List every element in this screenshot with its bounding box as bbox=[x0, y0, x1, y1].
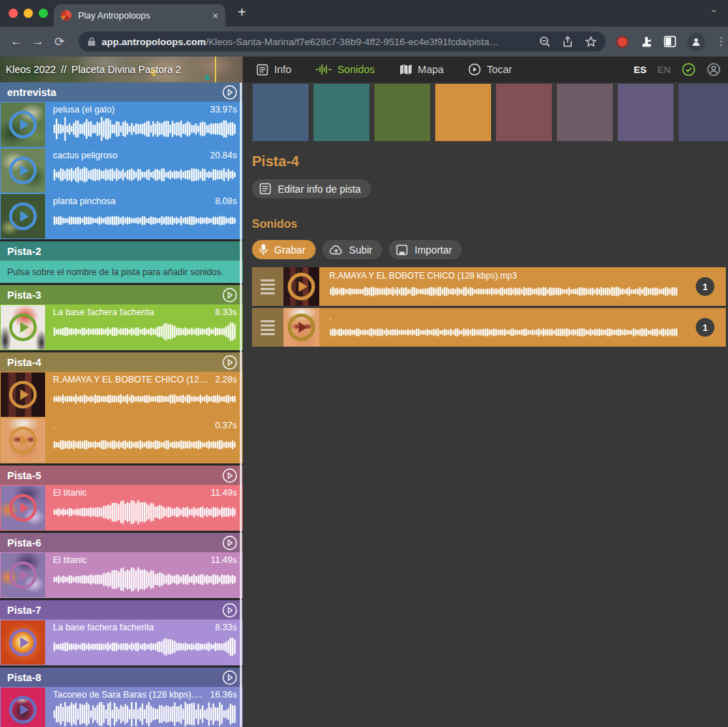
pista-header[interactable]: Pista-4 bbox=[0, 352, 243, 372]
waveform bbox=[53, 117, 237, 141]
clip[interactable]: Taconeo de Sara Baras (128 kbps).mp3 16.… bbox=[0, 687, 243, 727]
clip-thumbnail[interactable] bbox=[1, 486, 45, 530]
new-tab-button[interactable]: + bbox=[238, 4, 246, 21]
clip[interactable]: R.AMAYA Y EL BOBOTE CHICO (128 kbps)....… bbox=[0, 372, 243, 418]
account-icon[interactable] bbox=[707, 62, 721, 77]
back-button[interactable]: ← bbox=[6, 34, 27, 49]
profile-avatar[interactable] bbox=[687, 33, 705, 51]
project-cover-photo[interactable]: Kleos 2022 // Placeta Divina Pastora 2 bbox=[0, 57, 243, 82]
track-tab-4-selected[interactable] bbox=[435, 84, 491, 141]
clip-duration: 20.84s bbox=[210, 150, 237, 160]
tab-sonidos[interactable]: Sonidos bbox=[316, 64, 374, 75]
track-tab-2[interactable] bbox=[314, 84, 369, 141]
lang-es[interactable]: ES bbox=[634, 64, 646, 75]
tab-sonidos-label: Sonidos bbox=[337, 64, 374, 75]
clip[interactable]: La base fachera facherita 8.33s bbox=[0, 620, 243, 665]
clip-duration: 8.33s bbox=[215, 622, 237, 632]
clip-thumbnail[interactable] bbox=[1, 102, 45, 147]
clip-thumbnail[interactable] bbox=[1, 688, 45, 727]
pista-play-button[interactable] bbox=[222, 535, 238, 551]
clip-play-overlay-icon bbox=[9, 156, 37, 185]
tab-tocar[interactable]: Tocar bbox=[468, 63, 512, 76]
record-button[interactable]: Grabar bbox=[252, 240, 316, 259]
track-tab-3[interactable] bbox=[374, 84, 430, 141]
tab-title: Play Antropoloops bbox=[78, 11, 206, 21]
edit-track-info-button[interactable]: Editar info de pista bbox=[252, 179, 371, 198]
clip-thumbnail[interactable] bbox=[1, 194, 45, 239]
upload-button[interactable]: Subir bbox=[322, 240, 383, 259]
clip-thumbnail[interactable] bbox=[1, 372, 45, 417]
pista-play-button[interactable] bbox=[222, 85, 238, 100]
track-list-sidebar: entrevista pelusa (el gato) 33.97s bbox=[0, 82, 243, 727]
pista-header[interactable]: Pista-3 bbox=[0, 285, 243, 304]
tab-close-icon[interactable]: × bbox=[213, 10, 218, 21]
tab-search-chevron-icon[interactable]: ⌄ bbox=[709, 3, 718, 14]
minimize-window-button[interactable] bbox=[24, 9, 33, 18]
import-button[interactable]: Importar bbox=[389, 240, 462, 259]
waveform bbox=[53, 500, 237, 524]
clip-play-overlay-icon bbox=[9, 628, 37, 657]
pista-name: Pista-2 bbox=[7, 246, 42, 257]
close-window-button[interactable] bbox=[9, 9, 18, 18]
bookmark-star-icon[interactable] bbox=[585, 36, 597, 48]
pista-play-button[interactable] bbox=[222, 602, 238, 618]
waveform bbox=[329, 323, 680, 342]
extensions-puzzle-icon[interactable] bbox=[640, 35, 653, 48]
track-tab-5[interactable] bbox=[496, 84, 552, 141]
clip[interactable]: La base fachera facherita 8.33s bbox=[0, 304, 243, 350]
track-tab-8[interactable] bbox=[679, 84, 728, 141]
pista-header[interactable]: Pista-2 bbox=[0, 241, 243, 261]
side-panel-icon[interactable] bbox=[664, 35, 676, 48]
sidebar-scrollbar[interactable] bbox=[240, 82, 242, 727]
pista-header[interactable]: entrevista bbox=[0, 82, 243, 102]
pista-header[interactable]: Pista-6 bbox=[0, 533, 243, 552]
tab-info[interactable]: Info bbox=[256, 64, 291, 76]
pista-play-button[interactable] bbox=[222, 468, 238, 483]
clip-thumbnail[interactable] bbox=[1, 553, 45, 597]
chrome-menu-icon[interactable]: ⋮ bbox=[716, 35, 727, 48]
lang-en[interactable]: EN bbox=[657, 64, 671, 75]
zoom-window-button[interactable] bbox=[39, 9, 48, 18]
waveform bbox=[329, 282, 680, 301]
pista-header[interactable]: Pista-8 bbox=[0, 668, 243, 687]
clip-thumbnail[interactable] bbox=[1, 620, 45, 665]
clip[interactable]: . 0.37s bbox=[0, 418, 243, 463]
track-tab-7[interactable] bbox=[618, 84, 674, 141]
macos-traffic-lights[interactable] bbox=[9, 9, 48, 18]
forward-button[interactable]: → bbox=[27, 34, 49, 49]
zoom-out-icon[interactable] bbox=[539, 36, 550, 47]
clip[interactable]: El titanic 11.49s bbox=[0, 552, 243, 598]
track-tab-1[interactable] bbox=[253, 84, 309, 141]
clip-duration: 33.97s bbox=[210, 105, 237, 115]
sound-thumbnail[interactable] bbox=[283, 267, 319, 306]
sound-thumbnail[interactable] bbox=[283, 308, 319, 347]
sound-row[interactable]: . 1 bbox=[252, 308, 726, 347]
pista-play-button[interactable] bbox=[222, 287, 238, 303]
reload-button[interactable]: ⟳ bbox=[49, 34, 70, 49]
clip-thumbnail[interactable] bbox=[1, 148, 45, 193]
pista-header[interactable]: Pista-7 bbox=[0, 600, 243, 620]
browser-tab[interactable]: Play Antropoloops × bbox=[54, 4, 225, 27]
breadcrumb-scene[interactable]: Placeta Divina Pastora 2 bbox=[72, 64, 181, 75]
sound-row[interactable]: R.AMAYA Y EL BOBOTE CHICO (128 kbps).mp3… bbox=[252, 267, 726, 306]
clip[interactable]: planta pinchosa 8.08s bbox=[0, 193, 243, 239]
clip[interactable]: pelusa (el gato) 33.97s bbox=[0, 102, 243, 148]
track-tab-6[interactable] bbox=[557, 84, 613, 141]
pista-header[interactable]: Pista-5 bbox=[0, 466, 243, 485]
breadcrumb-project[interactable]: Kleos 2022 bbox=[6, 64, 56, 75]
clip[interactable]: El titanic 11.49s bbox=[0, 485, 243, 531]
tab-mapa[interactable]: Mapa bbox=[399, 64, 444, 75]
cloud-upload-icon bbox=[329, 245, 343, 255]
clip-thumbnail[interactable] bbox=[1, 305, 45, 350]
share-icon[interactable] bbox=[562, 36, 573, 48]
clip[interactable]: cactus peligroso 20.84s bbox=[0, 148, 243, 193]
address-bar[interactable]: app.antropoloops.com/Kleos-Santa-Marina/… bbox=[79, 32, 606, 52]
pista-play-button[interactable] bbox=[222, 670, 238, 685]
pista-play-button[interactable] bbox=[222, 355, 238, 370]
drag-handle[interactable] bbox=[252, 267, 283, 306]
clip-thumbnail[interactable] bbox=[1, 418, 45, 463]
clip-play-overlay-icon bbox=[9, 313, 37, 342]
breadcrumb[interactable]: Kleos 2022 // Placeta Divina Pastora 2 bbox=[6, 57, 181, 82]
drag-handle[interactable] bbox=[252, 308, 283, 347]
recording-indicator-icon[interactable] bbox=[618, 37, 627, 47]
